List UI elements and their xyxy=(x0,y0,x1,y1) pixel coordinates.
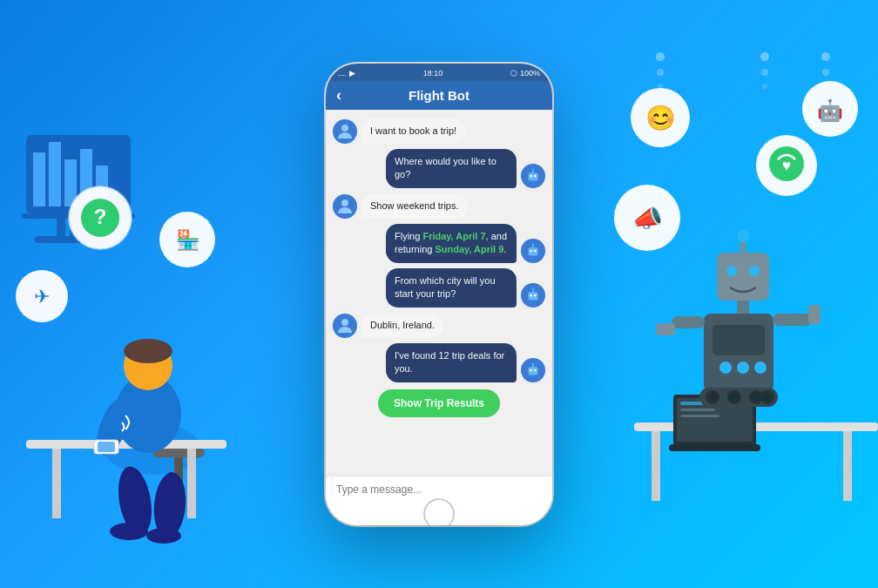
bot-message: From which city will you start your trip… xyxy=(386,268,517,308)
svg-point-110 xyxy=(534,368,537,371)
svg-point-93 xyxy=(534,174,537,177)
svg-point-42 xyxy=(762,84,767,89)
bot-message: I've found 12 trip deals for you. xyxy=(386,343,517,382)
message-row: Dublin, Ireland. xyxy=(333,313,545,338)
svg-text:📣: 📣 xyxy=(632,204,663,233)
svg-point-89 xyxy=(763,393,772,402)
user-avatar xyxy=(333,119,357,144)
svg-point-104 xyxy=(534,294,537,296)
svg-rect-7 xyxy=(57,219,65,236)
svg-rect-58 xyxy=(652,431,660,501)
svg-text:♥: ♥ xyxy=(782,157,792,174)
svg-point-43 xyxy=(821,52,830,61)
home-indicator xyxy=(326,503,552,525)
svg-point-103 xyxy=(530,294,532,296)
svg-rect-62 xyxy=(749,266,760,276)
back-button[interactable]: ‹ xyxy=(336,86,341,105)
svg-rect-1 xyxy=(33,152,45,206)
svg-rect-78 xyxy=(680,409,715,411)
status-bar: .... ▶ 18:10 ⬡ 100% xyxy=(326,64,552,81)
message-row: Where would you like to go? xyxy=(333,149,545,188)
status-time: 18:10 xyxy=(423,69,443,78)
svg-point-69 xyxy=(737,362,749,374)
message-input[interactable] xyxy=(336,483,542,496)
svg-rect-67 xyxy=(713,325,765,355)
svg-point-107 xyxy=(341,319,348,326)
left-scene-illustration: ? ✈ 🏪 xyxy=(0,65,322,588)
svg-rect-80 xyxy=(669,444,760,451)
svg-rect-65 xyxy=(737,301,749,314)
svg-rect-22 xyxy=(52,449,61,518)
svg-rect-72 xyxy=(656,323,675,335)
svg-point-106 xyxy=(532,287,535,290)
svg-text:😊: 😊 xyxy=(645,104,676,132)
right-scene-illustration: 😊 🤖 📣 ♥ ✦ ✦ ✦ xyxy=(608,48,878,588)
svg-point-32 xyxy=(124,339,172,363)
svg-text:?: ? xyxy=(94,205,107,228)
svg-rect-23 xyxy=(187,449,196,518)
user-avatar xyxy=(333,194,357,219)
message-row: I've found 12 trip deals for you. xyxy=(333,343,545,382)
svg-text:🏪: 🏪 xyxy=(176,228,200,252)
svg-text:✈: ✈ xyxy=(34,286,50,308)
user-message: Dublin, Ireland. xyxy=(361,313,443,338)
user-message: I want to book a trip! xyxy=(361,118,465,144)
message-row: From which city will you start your trip… xyxy=(333,268,545,308)
svg-point-109 xyxy=(530,368,532,371)
status-left: .... ▶ xyxy=(338,69,355,78)
svg-point-41 xyxy=(761,69,768,76)
bot-message-dates: Flying Friday, April 7, and returning Su… xyxy=(386,224,517,263)
svg-rect-79 xyxy=(680,415,719,417)
bot-avatar xyxy=(521,358,545,382)
svg-rect-59 xyxy=(843,431,852,501)
user-message: Show weekend trips. xyxy=(361,193,468,219)
chat-messages: I want to book a trip! Where would you l… xyxy=(326,110,552,476)
svg-rect-61 xyxy=(726,266,737,276)
svg-rect-91 xyxy=(529,172,538,180)
svg-point-64 xyxy=(737,230,749,242)
svg-point-40 xyxy=(760,52,769,61)
user-avatar xyxy=(333,314,357,338)
svg-point-96 xyxy=(341,199,348,206)
svg-text:🤖: 🤖 xyxy=(817,98,843,123)
svg-rect-102 xyxy=(529,292,538,300)
svg-point-98 xyxy=(530,249,532,252)
svg-point-70 xyxy=(754,362,767,374)
home-button[interactable] xyxy=(423,498,455,525)
svg-rect-35 xyxy=(98,442,115,452)
phone-frame: .... ▶ 18:10 ⬡ 100% ‹ Flight Bot I want … xyxy=(326,64,552,525)
date-highlight-1: Friday, April 7, xyxy=(422,231,488,241)
svg-point-44 xyxy=(822,69,829,76)
status-right: ⬡ 100% xyxy=(510,69,540,78)
svg-rect-60 xyxy=(717,253,769,301)
show-trip-results-button[interactable]: Show Trip Results xyxy=(378,389,500,417)
svg-point-83 xyxy=(708,393,717,402)
svg-point-87 xyxy=(752,393,760,402)
message-row: Flying Friday, April 7, and returning Su… xyxy=(333,224,545,263)
chat-header: ‹ Flight Bot xyxy=(326,81,552,110)
svg-point-95 xyxy=(532,168,535,171)
svg-point-112 xyxy=(532,362,535,365)
svg-rect-2 xyxy=(49,142,61,206)
svg-point-85 xyxy=(730,393,739,402)
bot-avatar xyxy=(521,164,545,188)
svg-point-37 xyxy=(657,69,664,76)
bot-avatar xyxy=(521,239,545,263)
svg-point-101 xyxy=(532,243,535,246)
svg-rect-108 xyxy=(529,367,538,375)
svg-rect-97 xyxy=(529,247,538,255)
svg-point-68 xyxy=(719,362,732,374)
chat-title: Flight Bot xyxy=(409,88,469,103)
svg-point-36 xyxy=(656,52,665,61)
date-highlight-2: Sunday, April 9. xyxy=(435,244,506,254)
svg-rect-74 xyxy=(808,305,821,324)
svg-rect-71 xyxy=(672,316,705,328)
svg-point-29 xyxy=(146,528,181,544)
svg-point-92 xyxy=(530,174,532,177)
message-row: I want to book a trip! xyxy=(333,118,545,144)
bot-message: Where would you like to go? xyxy=(386,149,517,188)
svg-point-99 xyxy=(534,249,537,252)
message-row: Show weekend trips. xyxy=(333,193,545,219)
phone-mockup: .... ▶ 18:10 ⬡ 100% ‹ Flight Bot I want … xyxy=(326,64,552,525)
svg-point-90 xyxy=(341,125,348,132)
